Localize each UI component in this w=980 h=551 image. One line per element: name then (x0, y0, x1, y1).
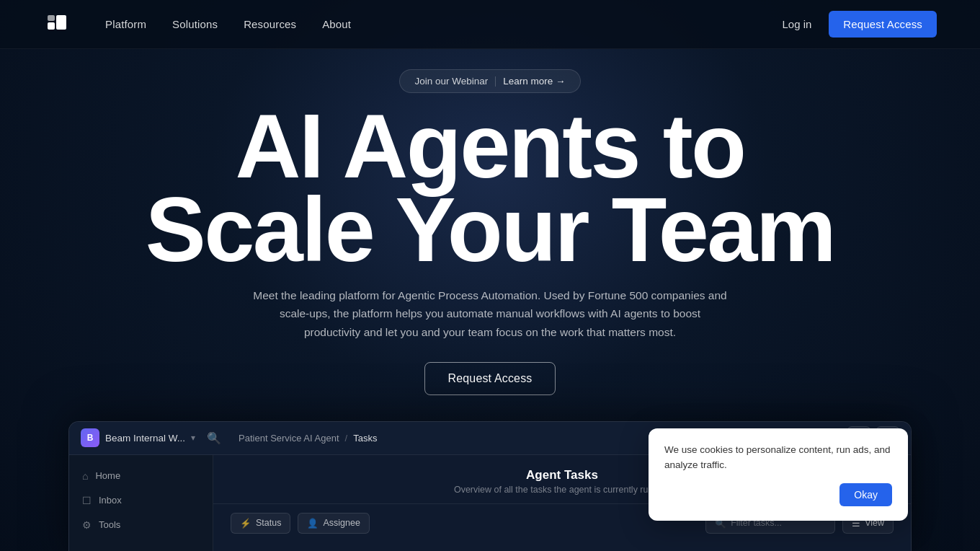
logo-icon (43, 11, 71, 38)
nav-left: Platform Solutions Resources About (43, 11, 351, 38)
webinar-cta[interactable]: Learn more → (503, 76, 565, 87)
sidebar-label-tools: Tools (99, 519, 120, 530)
banner-divider (495, 76, 496, 87)
nav-item-solutions[interactable]: Solutions (172, 18, 218, 31)
svg-rect-1 (48, 22, 55, 30)
home-icon: ⌂ (82, 470, 88, 482)
nav-links: Platform Solutions Resources About (105, 18, 351, 31)
status-filter-icon: ⚡ (240, 518, 251, 529)
svg-rect-2 (48, 15, 55, 21)
workspace-chevron-icon: ▾ (191, 433, 195, 443)
nav-item-platform[interactable]: Platform (105, 18, 146, 31)
webinar-text: Join our Webinar (414, 76, 488, 87)
hero-title-line1: AI Agents to (146, 105, 835, 188)
sidebar-label-home: Home (95, 470, 120, 481)
workspace-label: Beam Internal W... (105, 433, 185, 444)
status-filter-button[interactable]: ⚡ Status (231, 513, 290, 534)
nav-right: Log in Request Access (782, 11, 937, 38)
status-filter-label: Status (256, 518, 281, 528)
navbar: Platform Solutions Resources About Log i… (0, 0, 980, 49)
dashboard-sidebar: ⌂ Home ☐ Inbox ⚙ Tools (69, 455, 213, 552)
request-access-hero-button[interactable]: Request Access (424, 362, 556, 395)
assignee-filter-button[interactable]: 👤 Assignee (298, 513, 369, 534)
breadcrumb-separator: / (345, 433, 348, 444)
login-button[interactable]: Log in (782, 18, 811, 30)
workspace-icon: B (81, 428, 99, 447)
cookie-okay-button[interactable]: Okay (839, 483, 892, 506)
tools-icon: ⚙ (82, 519, 92, 531)
webinar-banner[interactable]: Join our Webinar Learn more → (399, 69, 580, 93)
breadcrumb-current: Tasks (353, 433, 377, 444)
breadcrumb-parent: Patient Service AI Agent (239, 433, 339, 444)
sidebar-item-home[interactable]: ⌂ Home (69, 464, 213, 488)
workspace-selector[interactable]: B Beam Internal W... ▾ (81, 428, 195, 447)
svg-rect-3 (56, 15, 66, 30)
assignee-filter-icon: 👤 (307, 518, 318, 529)
inbox-icon: ☐ (82, 495, 92, 506)
hero-subtitle: Meet the leading platform for Agentic Pr… (252, 286, 728, 342)
hero-title-line2: Scale Your Team (146, 188, 835, 272)
nav-item-resources[interactable]: Resources (244, 18, 296, 31)
sidebar-label-inbox: Inbox (99, 495, 122, 506)
topbar-search-button[interactable]: 🔍 (204, 428, 224, 448)
hero-title: AI Agents to Scale Your Team (146, 105, 835, 272)
sidebar-item-tools[interactable]: ⚙ Tools (69, 513, 213, 537)
logo[interactable] (43, 11, 71, 38)
cookie-banner: We use cookies to personalize content, r… (649, 428, 908, 521)
sidebar-item-inbox[interactable]: ☐ Inbox (69, 488, 213, 513)
cookie-text: We use cookies to personalize content, r… (664, 443, 892, 473)
search-icon: 🔍 (207, 432, 221, 444)
request-access-nav-button[interactable]: Request Access (829, 11, 937, 38)
nav-item-about[interactable]: About (322, 18, 351, 31)
assignee-filter-label: Assignee (323, 518, 360, 528)
